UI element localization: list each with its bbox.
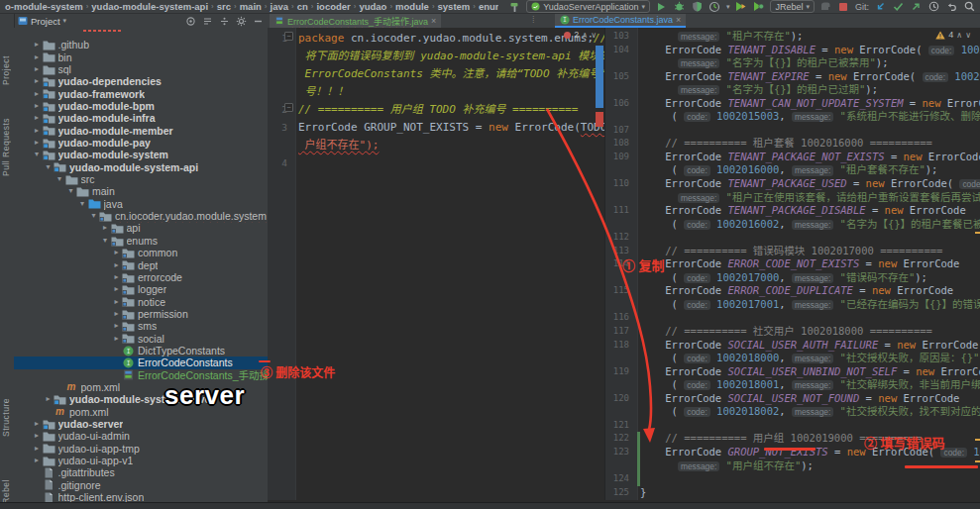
chevron-down-icon[interactable]: ▾ [88, 210, 99, 222]
tree-item[interactable]: ▸yudao-ui-app-v1 [14, 455, 268, 466]
expand-all-icon[interactable] [219, 16, 230, 27]
editor-row[interactable]: 108 // ========== 租户套餐 1002016000 ======… [605, 137, 980, 151]
stripe-project-button[interactable]: Project [1, 55, 11, 85]
editor-row[interactable]: 3ErrorCode GROUP_NOT_EXISTS = new ErrorC… [268, 119, 604, 137]
tree-item[interactable]: ▾enums [14, 235, 268, 247]
code-line[interactable]: ( code: 1002018001, message: "社交解绑失败，非当前… [640, 378, 980, 392]
code-line[interactable]: ErrorCode TENANT_DISABLE = new ErrorCode… [640, 44, 980, 57]
chevron-right-icon[interactable]: ▸ [32, 51, 43, 63]
code-line[interactable]: ErrorCode GROUP_NOT_EXISTS = new ErrorCo… [298, 119, 604, 137]
editor-row[interactable]: ( code: 1002015003, message: "系统租户不能进行修改… [605, 110, 980, 124]
stripe-structure-button[interactable]: Structure [1, 398, 11, 437]
tree-item[interactable]: IDictTypeConstants [14, 345, 268, 356]
breadcrumb-item[interactable]: java [270, 1, 290, 12]
close-tab-icon[interactable]: × [676, 15, 681, 25]
tree-item[interactable]: ▾yudao-module-system-api [14, 161, 268, 173]
chevron-down-icon[interactable]: ▾ [54, 173, 65, 185]
build-hammer-icon[interactable] [508, 1, 521, 13]
tab-errorcodeconstants[interactable]: I ErrorCodeConstants.java × [555, 14, 686, 28]
git-update-icon[interactable] [874, 1, 887, 13]
code-line[interactable]: ErrorCode TENANT_PACKAGE_USED = new Erro… [640, 177, 980, 191]
code-line[interactable]: message: "租户不存在"); [640, 30, 803, 44]
editor-row[interactable]: 103 message: "租户不存在"); [605, 30, 980, 44]
chevron-down-icon[interactable]: ▾ [77, 198, 88, 210]
stripe-pull-requests-button[interactable]: Pull Requests [1, 118, 11, 176]
editor-row[interactable]: ErrorCodeConstants 类中。注意，请给“TODO 补充编号”设置… [268, 65, 604, 83]
chevron-down-icon[interactable]: ▾ [100, 235, 111, 247]
editor-row[interactable]: 105 ErrorCode TENANT_EXPIRE = new ErrorC… [605, 70, 980, 84]
chevron-down-icon[interactable]: ▾ [32, 149, 43, 160]
code-line[interactable]: ErrorCode SOCIAL_USER_UNBIND_NOT_SELF = … [640, 365, 980, 379]
chevron-right-icon[interactable]: ▸ [32, 75, 43, 87]
editor-row[interactable]: ( code: 1002017001, message: "已经存在编码为【{}… [605, 298, 980, 312]
breadcrumb-item[interactable]: main [239, 1, 263, 12]
tree-item[interactable]: ▸.github [14, 39, 268, 51]
code-line[interactable]: ( code: 1002018002, message: "社交授权失败，找不到… [640, 405, 980, 419]
editor-row[interactable]: 121 [605, 419, 980, 433]
stripe-warning-mark[interactable] [975, 232, 980, 234]
tree-item[interactable]: ▸yudao-module-member [14, 125, 268, 137]
chevron-right-icon[interactable]: ▸ [32, 88, 43, 100]
editor-row[interactable]: 111 ErrorCode TENANT_PACKAGE_DISABLE = n… [605, 204, 980, 218]
editor-left-split[interactable]: 1–package cn.iocoder.yudao.module.system… [268, 28, 604, 500]
editor-row[interactable]: 110 ErrorCode TENANT_PACKAGE_USED = new … [605, 177, 980, 191]
editor-row[interactable]: message: "名字为【{}】的租户已被禁用"); [605, 56, 980, 70]
code-line[interactable]: ErrorCode ERROR_CODE_DUPLICATE = new Err… [640, 284, 953, 298]
fold-icon[interactable]: – [284, 103, 293, 112]
code-line[interactable]: message: "用户组不存在"); [640, 459, 814, 473]
code-line[interactable]: ( code: 1002016002, message: "名字为【{}】的租户… [640, 218, 980, 232]
editor-row[interactable]: 109 ErrorCode TENANT_PACKAGE_NOT_EXISTS … [605, 151, 980, 164]
run-icon[interactable] [655, 1, 668, 13]
breadcrumb-item[interactable]: enums [478, 1, 498, 12]
editor-row[interactable]: 124 [605, 472, 980, 486]
chevron-right-icon[interactable]: ▸ [32, 418, 43, 430]
split-handle[interactable]: ⁞ [532, 15, 534, 25]
editor-row[interactable]: ( code: 1002018001, message: "社交解绑失败，非当前… [605, 378, 980, 392]
debug-icon[interactable] [673, 1, 686, 13]
tab-errorcodeconstants-manual[interactable]: ErrorCodeConstants_手动操作.java × [270, 14, 441, 28]
code-line[interactable]: ( code: 1002018000, message: "社交授权失败，原因是… [640, 352, 980, 365]
editor-right-split[interactable]: 103 message: "租户不存在");104 ErrorCode TENA… [604, 28, 980, 500]
chevron-right-icon[interactable]: ▸ [32, 112, 43, 124]
chevron-down-icon[interactable]: ▾ [43, 161, 54, 173]
editor-row[interactable]: 119 ErrorCode SOCIAL_USER_UNBIND_NOT_SEL… [605, 365, 980, 379]
chevron-right-icon[interactable]: ▸ [111, 320, 122, 332]
editor-row[interactable]: 120 ErrorCode SOCIAL_USER_NOT_FOUND = ne… [605, 392, 980, 406]
tree-item[interactable]: ▸yudao-server [14, 418, 268, 430]
project-tool-window-title[interactable]: Project▾ [18, 16, 66, 27]
code-line[interactable]: ErrorCode SOCIAL_USER_AUTH_FAILURE = new… [640, 339, 978, 353]
breadcrumb-item[interactable]: o-module-system [4, 1, 84, 12]
code-line[interactable]: ErrorCode GROUP_NOT_EXISTS = new ErrorCo… [640, 446, 980, 459]
tree-item[interactable]: ▸common [14, 247, 268, 258]
profiler-dropdown-icon[interactable]: ▾ [726, 3, 730, 11]
code-line[interactable]: ( code: 1002017000, message: "错误码不存在"); [640, 271, 927, 285]
editor-row[interactable]: ( code: 1002018002, message: "社交授权失败，找不到… [605, 405, 980, 419]
tree-item[interactable]: ▸yudao-module-bpm [14, 100, 268, 112]
editor-row[interactable]: 106 ErrorCode TENANT_CAN_NOT_UPDATE_SYST… [605, 97, 980, 111]
chevron-right-icon[interactable]: ▸ [111, 247, 122, 258]
breadcrumb-item[interactable]: yudao-module-system-api [90, 1, 209, 12]
editor-row[interactable]: 104 ErrorCode TENANT_DISABLE = new Error… [605, 44, 980, 57]
editor-row[interactable]: 117 // ========== 社交用户 1002018000 ======… [605, 325, 980, 339]
chevron-right-icon[interactable]: ▸ [111, 259, 122, 271]
editor-row[interactable]: 116 [605, 311, 980, 325]
code-line[interactable]: ( code: 1002015003, message: "系统租户不能进行修改… [640, 110, 980, 124]
editor-row[interactable]: 118 ErrorCode SOCIAL_USER_AUTH_FAILURE =… [605, 339, 980, 353]
tree-item[interactable]: ▸yudao-ui-admin [14, 430, 268, 442]
chevron-down-icon[interactable]: ▾ [65, 185, 76, 197]
chevron-right-icon[interactable]: ▸ [32, 455, 43, 466]
editor-row[interactable]: ( code: 1002016000, message: "租户套餐不存在"); [605, 163, 980, 177]
chevron-right-icon[interactable]: ▸ [111, 296, 122, 308]
tree-item[interactable]: ▸yudao-framework [14, 88, 268, 100]
git-commit-icon[interactable] [892, 1, 905, 13]
tree-item-root[interactable] [14, 28, 268, 39]
code-line[interactable]: // ========== 错误码模块 1002017000 =========… [640, 245, 942, 258]
chevron-right-icon[interactable]: ▸ [32, 430, 43, 442]
inspections-widget[interactable]: 2 ∧ ∨ [564, 30, 597, 40]
code-line[interactable]: // ========== 用户组 1002019000 ========== [640, 432, 922, 446]
search-icon[interactable] [963, 1, 976, 13]
tree-item[interactable]: ▸yudao-module-infra [14, 112, 268, 124]
tree-item[interactable]: ▾main [14, 185, 268, 197]
tree-item[interactable]: IErrorCodeConstants [14, 356, 268, 368]
code-line[interactable]: // ========== 租户套餐 1002016000 ========== [640, 137, 932, 151]
